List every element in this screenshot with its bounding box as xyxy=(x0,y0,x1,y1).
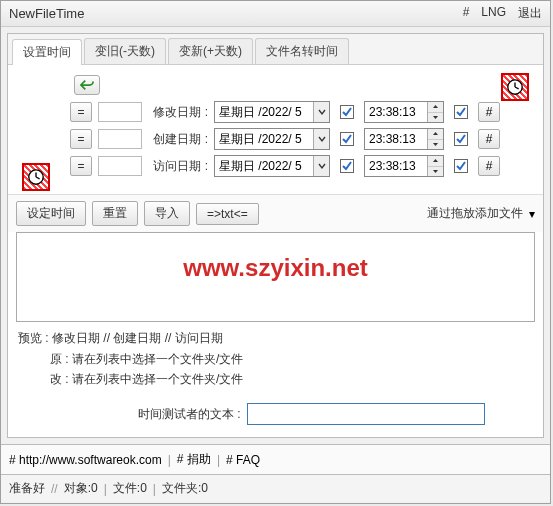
clock-icon[interactable] xyxy=(22,163,50,191)
row-modify: = 修改日期 : 星期日 /2022/ 5 23:38:13 # xyxy=(20,101,531,123)
spinner[interactable] xyxy=(427,129,443,149)
footer-faq[interactable]: # FAQ xyxy=(226,453,260,467)
modify-label: 修改日期 : xyxy=(148,104,208,121)
access-time-check[interactable] xyxy=(454,159,468,173)
lng-menu[interactable]: LNG xyxy=(481,5,506,22)
separator: | xyxy=(153,482,156,496)
eq-button[interactable]: = xyxy=(70,102,92,122)
tab-bar: 设置时间 变旧(-天数) 变新(+天数) 文件名转时间 xyxy=(8,34,543,65)
create-time-value: 23:38:13 xyxy=(365,132,427,146)
access-date-value: 星期日 /2022/ 5 xyxy=(215,158,313,175)
chevron-down-icon[interactable] xyxy=(313,129,329,149)
status-bar: 准备好 // 对象:0 | 文件:0 | 文件夹:0 xyxy=(1,475,550,502)
create-date-select[interactable]: 星期日 /2022/ 5 xyxy=(214,128,330,150)
hash-button[interactable]: # xyxy=(478,129,500,149)
tab-older[interactable]: 变旧(-天数) xyxy=(84,38,166,64)
exit-button[interactable]: 退出 xyxy=(518,5,542,22)
spinner[interactable] xyxy=(427,102,443,122)
separator: | xyxy=(168,453,171,467)
preview-header: 预览 : 修改日期 // 创建日期 // 访问日期 xyxy=(18,330,533,347)
status-ready: 准备好 xyxy=(9,480,45,497)
separator: | xyxy=(217,453,220,467)
access-time-value: 23:38:13 xyxy=(365,159,427,173)
modify-date-select[interactable]: 星期日 /2022/ 5 xyxy=(214,101,330,123)
row-access: = 访问日期 : 星期日 /2022/ 5 23:38:13 # xyxy=(20,155,531,177)
hash-menu[interactable]: # xyxy=(463,5,470,22)
preview-original: 原 : 请在列表中选择一个文件夹/文件 xyxy=(50,351,533,368)
modify-time-input[interactable]: 23:38:13 xyxy=(364,101,444,123)
modify-date-check[interactable] xyxy=(340,105,354,119)
app-window: NewFileTime # LNG 退出 设置时间 变旧(-天数) 变新(+天数… xyxy=(0,0,551,504)
status-folders: 文件夹:0 xyxy=(162,480,208,497)
footer-donate[interactable]: # 捐助 xyxy=(177,451,211,468)
modify-time-check[interactable] xyxy=(454,105,468,119)
eq-button[interactable]: = xyxy=(70,129,92,149)
separator: | xyxy=(104,482,107,496)
file-list[interactable]: www.szyixin.net xyxy=(16,232,535,322)
status-files: 文件:0 xyxy=(113,480,147,497)
tab-filename-to-time[interactable]: 文件名转时间 xyxy=(255,38,349,64)
clock-icon[interactable] xyxy=(501,73,529,101)
access-label: 访问日期 : xyxy=(148,158,208,175)
footer-links: # http://www.softwareok.com | # 捐助 | # F… xyxy=(1,444,550,475)
reset-button[interactable]: 重置 xyxy=(92,201,138,226)
separator: // xyxy=(51,482,58,496)
watermark-text: www.szyixin.net xyxy=(183,254,368,282)
create-label: 创建日期 : xyxy=(148,131,208,148)
import-button[interactable]: 导入 xyxy=(144,201,190,226)
hash-button[interactable]: # xyxy=(478,102,500,122)
action-toolbar: 设定时间 重置 导入 =>txt<= 通过拖放添加文件 ▾ xyxy=(8,194,543,232)
spinner[interactable] xyxy=(427,156,443,176)
tab-set-time[interactable]: 设置时间 xyxy=(12,39,82,65)
create-date-check[interactable] xyxy=(340,132,354,146)
footer-url[interactable]: # http://www.softwareok.com xyxy=(9,453,162,467)
tester-label: 时间测试者的文本 : xyxy=(138,406,241,423)
txt-button[interactable]: =>txt<= xyxy=(196,203,259,225)
tab-newer[interactable]: 变新(+天数) xyxy=(168,38,253,64)
tester-input[interactable] xyxy=(247,403,485,425)
tab-body: = 修改日期 : 星期日 /2022/ 5 23:38:13 # = xyxy=(8,65,543,194)
offset-input[interactable] xyxy=(98,102,142,122)
modify-date-value: 星期日 /2022/ 5 xyxy=(215,104,313,121)
chevron-down-icon[interactable]: ▾ xyxy=(529,207,535,221)
access-date-select[interactable]: 星期日 /2022/ 5 xyxy=(214,155,330,177)
access-date-check[interactable] xyxy=(340,159,354,173)
titlebar: NewFileTime # LNG 退出 xyxy=(1,1,550,27)
eq-button[interactable]: = xyxy=(70,156,92,176)
chevron-down-icon[interactable] xyxy=(313,102,329,122)
offset-input[interactable] xyxy=(98,129,142,149)
hash-button[interactable]: # xyxy=(478,156,500,176)
offset-input[interactable] xyxy=(98,156,142,176)
modify-time-value: 23:38:13 xyxy=(365,105,427,119)
status-objects: 对象:0 xyxy=(64,480,98,497)
create-time-input[interactable]: 23:38:13 xyxy=(364,128,444,150)
preview-section: 预览 : 修改日期 // 创建日期 // 访问日期 原 : 请在列表中选择一个文… xyxy=(8,322,543,395)
create-date-value: 星期日 /2022/ 5 xyxy=(215,131,313,148)
access-time-input[interactable]: 23:38:13 xyxy=(364,155,444,177)
app-title: NewFileTime xyxy=(9,6,84,21)
titlebar-actions: # LNG 退出 xyxy=(463,5,542,22)
tester-row: 时间测试者的文本 : xyxy=(8,395,543,437)
drag-hint: 通过拖放添加文件 xyxy=(427,205,523,222)
row-create: = 创建日期 : 星期日 /2022/ 5 23:38:13 # xyxy=(20,128,531,150)
back-row xyxy=(20,75,531,95)
set-time-button[interactable]: 设定时间 xyxy=(16,201,86,226)
preview-modified: 改 : 请在列表中选择一个文件夹/文件 xyxy=(50,371,533,388)
chevron-down-icon[interactable] xyxy=(313,156,329,176)
back-button[interactable] xyxy=(74,75,100,95)
main-panel: 设置时间 变旧(-天数) 变新(+天数) 文件名转时间 = 修改 xyxy=(7,33,544,438)
create-time-check[interactable] xyxy=(454,132,468,146)
